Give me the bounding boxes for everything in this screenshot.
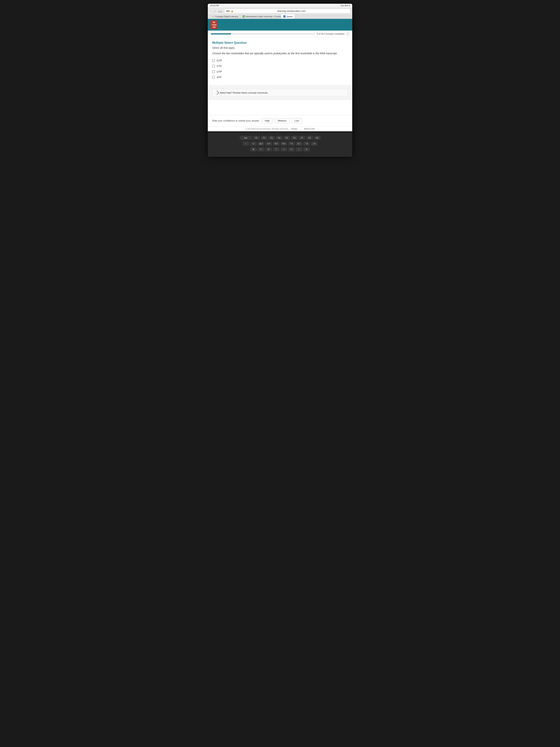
back-arrow-icon[interactable]: ‹	[210, 9, 212, 13]
option-gtp-label: GTP	[217, 59, 222, 62]
key-f8[interactable]: F8	[306, 136, 313, 140]
progress-fill	[211, 33, 231, 34]
option-gtp[interactable]: GTP	[212, 59, 348, 62]
tab-cengage[interactable]: ✦ Cengage Digital Learning	[210, 15, 240, 19]
key-o[interactable]: O	[303, 147, 310, 152]
checkbox-utp[interactable]	[212, 70, 215, 73]
checkbox-gtp[interactable]	[212, 59, 215, 62]
key-8[interactable]: * 8	[303, 141, 310, 146]
select-all-instruction: Select all that apply	[212, 46, 348, 49]
status-time: 10:43 PM	[210, 4, 219, 7]
key-u[interactable]: U	[288, 147, 295, 152]
key-f6[interactable]: F6	[291, 136, 298, 140]
key-f4[interactable]: F4	[276, 136, 283, 140]
url-display[interactable]: learning.mheducation.com	[235, 10, 348, 12]
option-utp[interactable]: UTP	[212, 70, 348, 73]
help-text: Need help? Review these concept resource…	[220, 91, 268, 94]
page-footer: © 2020 McGraw-Hill Education. All Rights…	[208, 126, 352, 131]
status-date: Sun Nov 8	[341, 4, 350, 7]
footer-terms-link[interactable]: Terms of Use	[304, 128, 315, 130]
reader-mode-aa[interactable]: AA	[226, 10, 230, 12]
address-bar[interactable]: AA 🔒 learning.mheducation.com	[224, 9, 350, 14]
question-area: Multiple Select Question Select all that…	[208, 37, 352, 85]
mgh-header: Mc Graw Hill	[208, 19, 352, 31]
northeastern-favicon: N	[243, 16, 245, 18]
key-f5[interactable]: F5	[284, 136, 290, 140]
key-5[interactable]: % 5	[281, 141, 287, 146]
key-tilde[interactable]: ~	[243, 141, 249, 146]
key-t[interactable]: T	[273, 147, 279, 152]
key-f9[interactable]: F9	[314, 136, 321, 140]
option-ctp-label: CTP	[217, 65, 222, 68]
status-bar: 10:43 PM Sun Nov 8	[208, 4, 352, 7]
browser-nav: ‹ › 📖 AA 🔒 learning.mheducation.com	[208, 7, 352, 15]
keyboard-area: Esc F1 F2 F3 F4 F5 F6 F7 F8 F9 ~ ! 1 @ 2…	[208, 132, 352, 157]
mgh-logo: Mc Graw Hill	[211, 20, 218, 29]
key-f3[interactable]: F3	[268, 136, 275, 140]
key-esc[interactable]: Esc	[240, 136, 252, 140]
mgh-logo-line2: Graw	[212, 24, 216, 26]
key-r[interactable]: R	[265, 147, 272, 152]
progress-bar	[211, 33, 315, 34]
confidence-high-button[interactable]: High	[262, 118, 273, 123]
key-7[interactable]: & 7	[296, 141, 302, 146]
info-icon[interactable]: i	[346, 32, 349, 35]
question-favicon: M	[283, 16, 286, 18]
browser-chrome: ‹ › 📖 AA 🔒 learning.mheducation.com ✦ Ce…	[208, 7, 352, 19]
laptop-screen: 10:43 PM Sun Nov 8 ‹ › 📖 AA 🔒 learning.m…	[208, 4, 352, 157]
key-f[interactable]: F	[258, 147, 264, 152]
help-section[interactable]: Need help? Review these concept resource…	[212, 89, 348, 97]
footer-copyright: © 2020 McGraw-Hill Education. All Rights…	[245, 128, 288, 130]
question-type: Multiple Select Question	[212, 41, 348, 45]
confidence-low-button[interactable]: Low	[292, 118, 302, 123]
checkbox-ctp[interactable]	[212, 65, 215, 68]
key-4[interactable]: $ 4	[273, 141, 279, 146]
page-content: Mc Graw Hill 9 of 46 Concepts completed …	[208, 19, 352, 131]
option-utp-label: UTP	[217, 70, 222, 73]
cengage-favicon: ✦	[212, 16, 214, 18]
tab-question[interactable]: M Questi	[281, 15, 295, 19]
key-2[interactable]: @ 2	[258, 141, 264, 146]
keyboard-row-letters: W F R T Y U I O	[212, 147, 348, 152]
key-1[interactable]: ! 1	[250, 141, 257, 146]
key-i[interactable]: I	[296, 147, 302, 152]
spacer	[208, 100, 352, 115]
confidence-section: Rate your confidence to submit your answ…	[208, 115, 352, 126]
confidence-medium-button[interactable]: Medium	[275, 118, 289, 123]
footer-separator: |	[300, 128, 301, 130]
forward-arrow-icon[interactable]: ›	[214, 9, 216, 13]
keyboard-row-numbers: ~ ! 1 @ 2 # 3 $ 4 % 5 ^ 6 & 7 * 8 ( 9	[212, 141, 348, 146]
tab-northeastern[interactable]: N Northeastern State University > Curren…	[240, 15, 281, 19]
question-text: Choose the two nucleotides that are typi…	[212, 52, 348, 55]
bookmark-icon[interactable]: 📖	[218, 9, 222, 13]
lock-icon: 🔒	[231, 10, 234, 12]
key-6[interactable]: ^ 6	[288, 141, 295, 146]
footer-privacy-link[interactable]: Privacy	[291, 128, 297, 130]
tabs-bar: ✦ Cengage Digital Learning N Northeaster…	[208, 15, 352, 19]
option-atp-label: ATP	[217, 76, 221, 79]
chevron-right-icon	[215, 91, 219, 95]
confidence-label: Rate your confidence to submit your answ…	[212, 119, 260, 122]
progress-section: 9 of 46 Concepts completed i	[208, 31, 352, 37]
key-f1[interactable]: F1	[253, 136, 260, 140]
key-f7[interactable]: F7	[299, 136, 305, 140]
key-3[interactable]: # 3	[265, 141, 272, 146]
key-f2[interactable]: F2	[261, 136, 267, 140]
key-y[interactable]: Y	[281, 147, 287, 152]
progress-text: 9 of 46 Concepts completed	[317, 33, 344, 35]
option-ctp[interactable]: CTP	[212, 65, 348, 68]
option-atp[interactable]: ATP	[212, 76, 348, 79]
key-w[interactable]: W	[250, 147, 257, 152]
key-9[interactable]: ( 9	[311, 141, 318, 146]
keyboard-row-function: Esc F1 F2 F3 F4 F5 F6 F7 F8 F9	[212, 136, 348, 140]
mgh-logo-line3: Hill	[212, 26, 216, 28]
tab-question-label: Questi	[287, 16, 292, 18]
checkbox-atp[interactable]	[212, 76, 215, 79]
tab-cengage-label: Cengage Digital Learning	[215, 16, 238, 18]
mgh-logo-line1: Mc	[212, 21, 216, 24]
